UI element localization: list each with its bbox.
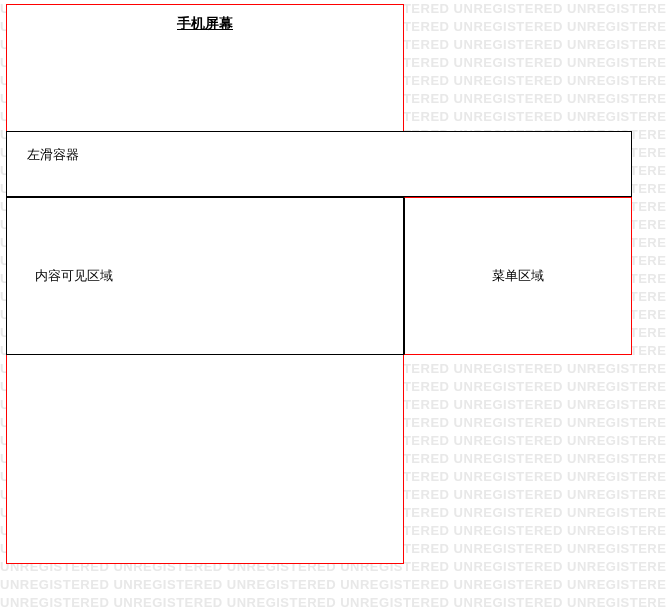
diagram-stage: 手机屏幕 左滑容器 内容可见区域 菜单区域 (0, 0, 666, 608)
slide-left-container: 左滑容器 (6, 131, 632, 197)
menu-area: 菜单区域 (404, 197, 632, 355)
visible-content-area: 内容可见区域 (6, 197, 404, 355)
visible-content-area-label: 内容可见区域 (35, 267, 113, 285)
phone-screen-title: 手机屏幕 (177, 15, 233, 33)
menu-area-label: 菜单区域 (492, 267, 544, 285)
slide-left-container-label: 左滑容器 (27, 146, 79, 164)
